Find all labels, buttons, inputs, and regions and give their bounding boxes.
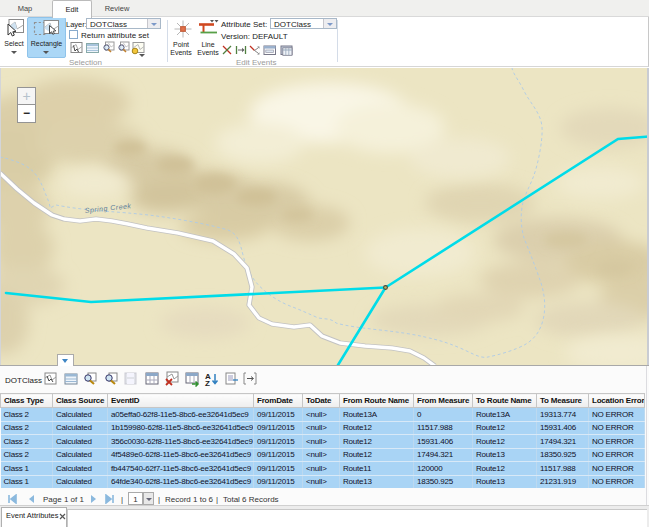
svg-text:Z: Z [205, 379, 210, 387]
